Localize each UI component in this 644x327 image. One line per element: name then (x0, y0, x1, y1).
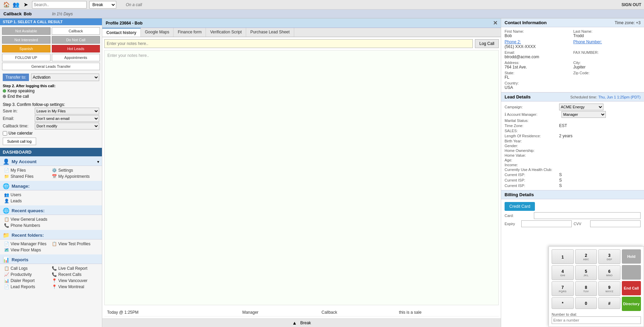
sidebar-item-view-vancouver[interactable]: 📍 View Vancouver (50, 278, 98, 284)
billing-expiry-row: Expiry CVV (505, 220, 641, 227)
tab-google-maps[interactable]: Google Maps (141, 28, 174, 37)
lead-details-grid: Campaign: ACME Energy ℹ Account Manager:… (501, 102, 644, 190)
sidebar-item-users[interactable]: 👥 Users (3, 192, 99, 198)
numpad-3[interactable]: 3DEF (598, 249, 620, 264)
notes-area[interactable]: Enter your notes here.. (104, 50, 499, 305)
lead-sales-row: SALES: (505, 129, 641, 133)
tab-finance-form[interactable]: Finance form (174, 28, 206, 37)
address-label: Address: (505, 61, 572, 65)
directory-button[interactable]: Directory (622, 297, 641, 311)
step2-keep-speaking[interactable]: Keep speaking (3, 89, 99, 93)
transfer-select[interactable]: Activation (31, 74, 99, 81)
view-general-leads-label: View General Leads (11, 217, 47, 222)
btn-general-leads-transfer[interactable]: General Leads Transfer (2, 63, 100, 70)
sidebar-item-dialer-report[interactable]: 📊 Dialer Report (3, 278, 50, 284)
phone-number-label[interactable]: Phone Number: (573, 40, 641, 44)
lead-current-isp2-row: Current ISP: S (505, 178, 641, 183)
hold-button[interactable]: Hold (622, 249, 641, 264)
sidebar-item-phone-numbers[interactable]: 📞 Phone Numbers (3, 222, 99, 229)
tab-purchase-lead-sheet[interactable]: Purchase Lead Sheet (246, 28, 294, 37)
current-isp3-label: Current ISP: (505, 184, 559, 188)
phone-numbers-icon: 📞 (4, 223, 9, 228)
end-call-button[interactable]: End Call (622, 281, 641, 295)
notes-input[interactable] (104, 39, 473, 48)
main-layout: STEP 1. SELECT A CALL RESULT Not Availab… (0, 18, 644, 327)
numpad-6[interactable]: 6MNO (598, 265, 620, 280)
sidebar-item-settings[interactable]: ⚙️ Settings (50, 167, 98, 173)
step3-callback-row: Callback time: Don't modify (3, 123, 99, 129)
sidebar-item-shared-files[interactable]: 📁 Shared Files (3, 173, 50, 180)
scheduled-value: Thu, Jun 1 1:25pm (PDT) (598, 95, 641, 99)
sidebar-item-productivity[interactable]: 📈 Productivity (3, 271, 50, 278)
contact-info-grid: First Name: Bob Last Name: Trodd Phone 2… (501, 27, 644, 92)
phone2-label[interactable]: Phone 2: (505, 40, 572, 44)
btn-not-interested[interactable]: Not Interested (2, 36, 50, 44)
up-arrow-icon[interactable]: ▲ (292, 320, 297, 326)
btn-do-not-call[interactable]: Do Not Call (52, 36, 100, 44)
tab-verification-script[interactable]: Verification Script (206, 28, 246, 37)
log-call-button[interactable]: Log Call (475, 39, 499, 48)
expiry-input[interactable] (521, 220, 572, 227)
step2-end-call[interactable]: End the call (3, 94, 99, 99)
sidebar-item-lead-reports[interactable]: 📄 Lead Reports (3, 284, 50, 290)
btn-follow-up[interactable]: FOLLOW UP (2, 54, 50, 61)
sign-out-button[interactable]: SIGN OUT (621, 2, 641, 7)
sidebar-item-my-files[interactable]: 📄 My Files (3, 167, 50, 173)
card-input[interactable] (534, 212, 641, 219)
numpad-0[interactable]: 0 (575, 297, 597, 309)
sidebar-item-view-test-profiles[interactable]: 📋 View Test Profiles (50, 241, 98, 247)
credit-card-button[interactable]: Credit Card (505, 202, 535, 211)
transfer-row: Transfer to: Activation (0, 72, 102, 82)
sidebar-item-leads[interactable]: 👤 Leads (3, 198, 99, 204)
hold2-button[interactable] (622, 265, 641, 279)
btn-spanish[interactable]: Spanish (2, 45, 50, 52)
my-account-toggle[interactable]: ▾ (97, 159, 99, 164)
sidebar-item-view-manager-files[interactable]: 📄 View Manager Files (3, 241, 50, 247)
numpad-star[interactable]: * (552, 297, 574, 309)
zip-block: Zip Code: (573, 71, 641, 80)
numpad-2[interactable]: 2ABC (575, 249, 597, 264)
numpad-5[interactable]: 5JKL (575, 265, 597, 280)
dial-input[interactable] (552, 316, 641, 324)
numpad-4[interactable]: 4GHI (552, 265, 574, 280)
numpad-8[interactable]: 8TUV (575, 281, 597, 296)
btn-appointments[interactable]: Appointments (52, 54, 100, 61)
campaign-select[interactable]: ACME Energy (559, 104, 603, 110)
numpad-1[interactable]: 1 (552, 249, 574, 264)
submit-call-log-button[interactable]: Submit call log (3, 138, 36, 145)
icon-arrow[interactable]: ➤ (22, 1, 29, 9)
btn-hot-leads[interactable]: Hot Leads (52, 45, 100, 52)
step2-keep-label: Keep speaking (8, 89, 34, 93)
step3-email-select[interactable]: Don't send an email (35, 115, 99, 122)
break-select[interactable]: Break Available Lunch (89, 1, 116, 9)
numpad-7[interactable]: 7PQRS (552, 281, 574, 296)
contact-info-title: Contact Information (505, 20, 547, 25)
tab-contact-history[interactable]: Contact history (102, 28, 141, 37)
sidebar-item-recent-calls[interactable]: 📞 Recent Calls (50, 271, 98, 278)
step3-save-select[interactable]: Leave in My Files (35, 108, 99, 114)
transfer-button[interactable]: Transfer to: (3, 74, 29, 81)
call-logs-icon: 📋 (4, 266, 9, 271)
sidebar-item-my-appointments[interactable]: 📅 My Appointments (50, 173, 98, 180)
timezone-label: Time zone: +3 (615, 20, 641, 25)
lead-details-header: Lead Details Scheduled time: Thu, Jun 1 … (501, 92, 644, 102)
btn-not-available[interactable]: Not Available (2, 27, 50, 35)
sidebar-item-view-general-leads[interactable]: 📋 View General Leads (3, 216, 99, 222)
search-input[interactable] (32, 1, 87, 9)
account-manager-select[interactable]: Manager (561, 111, 606, 118)
numpad-9[interactable]: 9WXYZ (598, 281, 620, 296)
sidebar-item-live-call-report[interactable]: 📞 Live Call Report (50, 265, 98, 271)
icon-home[interactable]: 🏠 (3, 1, 10, 9)
step3-callback-select[interactable]: Don't modify (35, 123, 99, 129)
cvv-input[interactable] (590, 220, 641, 227)
sidebar-item-call-logs[interactable]: 📋 Call Logs (3, 265, 50, 271)
profile-close-button[interactable]: ✕ (493, 20, 497, 26)
use-calendar-checkbox[interactable] (3, 131, 7, 136)
numpad-hash[interactable]: # (598, 297, 620, 309)
btn-callback[interactable]: Callback (52, 27, 100, 35)
sidebar-item-view-montreal[interactable]: 📍 View Montreal (50, 284, 98, 290)
settings-icon: ⚙️ (52, 168, 57, 173)
sidebar-item-view-floor-maps[interactable]: 🗺️ View Floor Maps (3, 247, 50, 253)
card-label: Card: (505, 214, 532, 218)
icon-users[interactable]: 👥 (12, 1, 20, 9)
